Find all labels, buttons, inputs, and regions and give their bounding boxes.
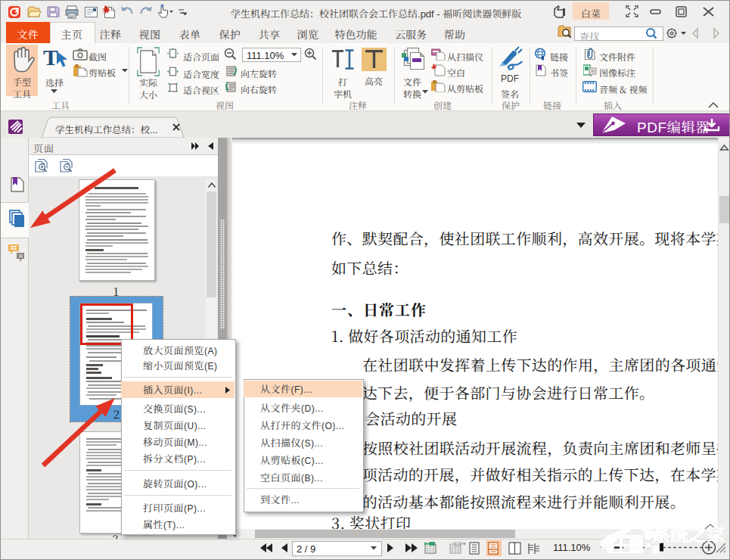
svg-text:T: T [43,47,58,70]
